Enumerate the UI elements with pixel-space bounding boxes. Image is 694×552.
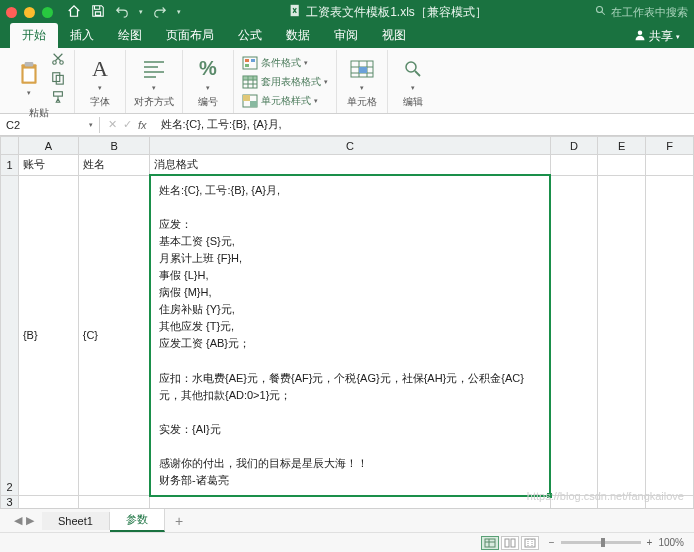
cell[interactable] — [646, 496, 694, 509]
zoom-out-button[interactable]: − — [549, 537, 555, 548]
tab-data[interactable]: 数据 — [274, 23, 322, 48]
group-label: 字体 — [90, 95, 110, 111]
normal-view-button[interactable] — [481, 536, 499, 550]
col-header[interactable]: A — [18, 137, 78, 155]
sheet-nav[interactable]: ◀ ▶ — [6, 514, 42, 527]
chevron-down-icon: ▾ — [98, 84, 102, 92]
tab-home[interactable]: 开始 — [10, 23, 58, 48]
percent-icon: % — [195, 56, 221, 82]
save-icon[interactable] — [91, 4, 105, 20]
cell[interactable] — [18, 496, 78, 509]
tab-insert[interactable]: 插入 — [58, 23, 106, 48]
align-button[interactable]: ▾ — [137, 54, 171, 94]
formula-input[interactable]: 姓名:{C}, 工号:{B}, {A}月, — [155, 115, 694, 134]
sheet-tabs: ◀ ▶ Sheet1 参数 + — [0, 508, 694, 532]
zoom-level[interactable]: 100% — [658, 537, 684, 548]
cell[interactable]: 账号 — [18, 155, 78, 176]
svg-point-2 — [638, 31, 643, 36]
column-headers[interactable]: A B C D E F — [1, 137, 694, 155]
cell[interactable] — [646, 155, 694, 176]
tab-review[interactable]: 审阅 — [322, 23, 370, 48]
cut-icon[interactable] — [50, 52, 66, 68]
svg-rect-25 — [511, 539, 515, 547]
fx-icon[interactable]: fx — [138, 119, 147, 131]
title-bar: ▾ ▾ 工资表文件模板1.xls［兼容模式］ 在工作表中搜索 — [0, 0, 694, 24]
chevron-down-icon: ▾ — [676, 33, 680, 41]
chevron-down-icon: ▾ — [152, 84, 156, 92]
group-label: 编辑 — [403, 95, 423, 111]
name-box[interactable]: C2 ▾ — [0, 117, 100, 133]
cell[interactable] — [646, 175, 694, 496]
tab-formulas[interactable]: 公式 — [226, 23, 274, 48]
enter-icon[interactable]: ✓ — [123, 118, 132, 131]
cells-button[interactable]: ▾ — [345, 54, 379, 94]
conditional-format-button[interactable]: 条件格式▾ — [242, 56, 328, 70]
zoom-control[interactable]: − + 100% — [549, 537, 684, 548]
share-button[interactable]: 共享 ▾ — [620, 25, 694, 48]
cell[interactable]: 姓名 — [78, 155, 150, 176]
cell[interactable] — [598, 175, 646, 496]
table-row[interactable]: 1 账号 姓名 消息格式 — [1, 155, 694, 176]
select-all-cell[interactable] — [1, 137, 19, 155]
undo-icon[interactable] — [115, 4, 129, 20]
formula-bar: C2 ▾ ✕ ✓ fx 姓名:{C}, 工号:{B}, {A}月, — [0, 114, 694, 136]
cell[interactable]: {C} — [78, 175, 150, 496]
row-header[interactable]: 1 — [1, 155, 19, 176]
add-sheet-button[interactable]: + — [165, 513, 193, 529]
paste-button[interactable]: ▾ — [12, 59, 46, 99]
grid[interactable]: A B C D E F 1 账号 姓名 消息格式 2 {B} {C} 姓名:{C… — [0, 136, 694, 524]
col-header[interactable]: D — [550, 137, 598, 155]
sheet-tab[interactable]: Sheet1 — [42, 512, 110, 530]
tab-draw[interactable]: 绘图 — [106, 23, 154, 48]
page-layout-view-button[interactable] — [501, 536, 519, 550]
zoom-in-button[interactable]: + — [647, 537, 653, 548]
next-sheet-icon[interactable]: ▶ — [26, 514, 34, 527]
cell[interactable]: {B} — [18, 175, 78, 496]
maximize-window-button[interactable] — [42, 7, 53, 18]
cell[interactable] — [550, 155, 598, 176]
tab-layout[interactable]: 页面布局 — [154, 23, 226, 48]
editing-button[interactable]: ▾ — [396, 54, 430, 94]
group-font: A ▾ 字体 — [75, 50, 126, 113]
minimize-window-button[interactable] — [24, 7, 35, 18]
cell[interactable] — [550, 496, 598, 509]
format-as-table-button[interactable]: 套用表格格式▾ — [242, 75, 328, 89]
copy-icon[interactable] — [50, 71, 66, 87]
home-icon[interactable] — [67, 4, 81, 20]
cell-styles-button[interactable]: 单元格样式▾ — [242, 94, 328, 108]
chevron-down-icon: ▾ — [89, 121, 93, 129]
format-painter-icon[interactable] — [50, 90, 66, 106]
chevron-down-icon: ▾ — [206, 84, 210, 92]
cell[interactable] — [78, 496, 150, 509]
table-row[interactable]: 3 — [1, 496, 694, 509]
undo-dropdown-icon[interactable]: ▾ — [139, 8, 143, 16]
svg-point-7 — [60, 61, 64, 65]
page-break-view-button[interactable] — [521, 536, 539, 550]
cell[interactable] — [550, 175, 598, 496]
col-header[interactable]: F — [646, 137, 694, 155]
view-buttons — [481, 536, 539, 550]
font-button[interactable]: A ▾ — [83, 54, 117, 94]
search-box[interactable]: 在工作表中搜索 — [595, 5, 688, 20]
cell[interactable] — [598, 496, 646, 509]
row-header[interactable]: 3 — [1, 496, 19, 509]
row-header[interactable]: 2 — [1, 175, 19, 496]
zoom-slider[interactable] — [561, 541, 641, 544]
col-header[interactable]: E — [598, 137, 646, 155]
cell[interactable]: 消息格式 — [150, 155, 550, 176]
col-header[interactable]: B — [78, 137, 150, 155]
tab-view[interactable]: 视图 — [370, 23, 418, 48]
prev-sheet-icon[interactable]: ◀ — [14, 514, 22, 527]
close-window-button[interactable] — [6, 7, 17, 18]
svg-point-6 — [53, 61, 57, 65]
selected-cell[interactable]: 姓名:{C}, 工号:{B}, {A}月, 应发： 基本工资 {S}元, 月累计… — [150, 175, 550, 496]
table-row[interactable]: 2 {B} {C} 姓名:{C}, 工号:{B}, {A}月, 应发： 基本工资… — [1, 175, 694, 496]
sheet-tab-active[interactable]: 参数 — [110, 509, 165, 532]
cell[interactable] — [598, 155, 646, 176]
redo-icon[interactable] — [153, 4, 167, 20]
cancel-icon[interactable]: ✕ — [108, 118, 117, 131]
number-button[interactable]: % ▾ — [191, 54, 225, 94]
status-bar: − + 100% — [0, 532, 694, 552]
col-header[interactable]: C — [150, 137, 550, 155]
cell[interactable] — [150, 496, 550, 509]
